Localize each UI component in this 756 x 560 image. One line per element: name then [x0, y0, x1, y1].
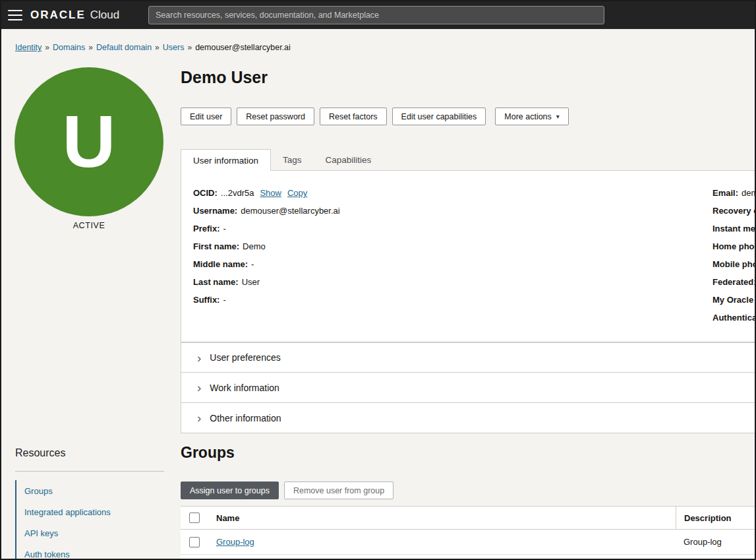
resources-title: Resources: [15, 447, 65, 459]
group-link[interactable]: Group-log: [216, 537, 254, 547]
field-suffix: Suffix: -: [193, 295, 340, 313]
breadcrumb-link-domains[interactable]: Domains: [53, 43, 85, 52]
avatar: U: [15, 67, 163, 216]
chevron-down-icon: ▾: [556, 113, 560, 120]
user-actions: Edit user Reset password Reset factors E…: [181, 108, 569, 125]
field-username: Username: demouser@stellarcyber.ai: [193, 206, 340, 224]
reset-factors-button[interactable]: Reset factors: [320, 108, 387, 125]
breadcrumb-separator: »: [88, 43, 93, 52]
field-label: My Oracle: [712, 295, 753, 305]
sidebar-item-integrated-applications[interactable]: Integrated applications: [16, 501, 164, 522]
groups-title: Groups: [181, 444, 235, 462]
resources-list: Groups Integrated applications API keys …: [15, 480, 164, 560]
groups-table: Name Description Group-log Group-log: [181, 506, 756, 560]
oracle-cloud-logo[interactable]: ORACLE Cloud: [30, 7, 119, 23]
tab-bar: User information Tags Capabilities: [181, 149, 383, 171]
field-first-name: First name: Demo: [193, 241, 340, 259]
field-label: Federated:: [712, 277, 756, 287]
avatar-initial: U: [63, 105, 116, 179]
row-description-cell: Group-log: [676, 530, 756, 554]
field-value: -: [223, 295, 225, 305]
groups-table-header: Name Description: [181, 506, 756, 530]
ocid-show-link[interactable]: Show: [260, 188, 281, 198]
header-checkbox-cell: [181, 507, 208, 529]
tab-user-information[interactable]: User information: [181, 149, 271, 171]
groups-actions: Assign user to groups Remove user from g…: [181, 482, 393, 499]
assign-user-to-groups-button[interactable]: Assign user to groups: [181, 482, 279, 499]
tab-capabilities[interactable]: Capabilities: [314, 149, 384, 171]
breadcrumb: Identity » Domains » Default domain » Us…: [15, 43, 291, 52]
section-user-preferences[interactable]: › User preferences: [181, 342, 756, 373]
field-ocid: OCID: ...2vdr5a Show Copy: [193, 188, 340, 206]
field-label: Mobile pho: [712, 259, 756, 269]
section-work-information[interactable]: › Work information: [181, 373, 756, 403]
sidebar-item-api-keys[interactable]: API keys: [16, 522, 164, 544]
breadcrumb-separator: »: [155, 43, 160, 52]
field-value: User: [242, 277, 260, 287]
field-value: demouser@stellarcyber.ai: [241, 206, 339, 216]
section-label: Other information: [210, 413, 281, 423]
field-label: Suffix:: [193, 295, 219, 305]
user-information-panel: OCID: ...2vdr5a Show Copy Username: demo…: [181, 170, 756, 342]
sidebar-item-auth-tokens[interactable]: Auth tokens: [16, 544, 164, 560]
status-badge: ACTIVE: [15, 221, 163, 230]
field-value: Demo: [243, 241, 266, 251]
remove-user-from-group-button[interactable]: Remove user from group: [284, 482, 393, 499]
column-header-description: Description: [684, 513, 732, 523]
field-label: Authentica: [712, 313, 756, 323]
row-checkbox[interactable]: [189, 537, 200, 547]
edit-user-capabilities-button[interactable]: Edit user capabilities: [392, 108, 486, 125]
field-instant-messaging: Instant mes: [712, 224, 756, 241]
reset-password-button[interactable]: Reset password: [237, 108, 314, 125]
field-label: Username:: [193, 206, 237, 216]
sidebar-item-groups[interactable]: Groups: [16, 480, 164, 501]
topbar: ORACLE Cloud: [1, 1, 755, 29]
more-actions-label: More actions: [504, 112, 552, 121]
tab-tags[interactable]: Tags: [271, 149, 314, 171]
more-actions-button[interactable]: More actions ▾: [495, 108, 569, 125]
row-checkbox-cell: [181, 530, 208, 554]
field-label: Instant mes: [712, 224, 756, 233]
table-row: Group-log Group-log: [181, 530, 756, 555]
field-value: -: [223, 224, 225, 233]
field-label: Middle name:: [193, 259, 248, 269]
row-name-cell: Group-log: [208, 530, 676, 554]
brand-oracle: ORACLE: [30, 9, 86, 22]
field-label: Email:: [712, 188, 738, 198]
field-label: Recovery e: [712, 206, 756, 216]
breadcrumb-link-users[interactable]: Users: [163, 43, 185, 52]
search-input[interactable]: [148, 6, 604, 24]
group-description: Group-log: [683, 537, 722, 547]
field-federated: Federated:: [712, 277, 756, 295]
field-middle-name: Middle name: -: [193, 259, 340, 277]
edit-user-button[interactable]: Edit user: [181, 108, 231, 125]
breadcrumb-link-identity[interactable]: Identity: [15, 43, 42, 52]
breadcrumb-separator: »: [187, 43, 192, 52]
field-label: OCID:: [193, 188, 218, 198]
field-home-phone: Home phon: [712, 241, 756, 259]
field-my-oracle: My Oracle: [712, 295, 756, 313]
field-recovery-email: Recovery e: [712, 206, 756, 224]
chevron-right-icon: ›: [197, 412, 201, 424]
field-last-name: Last name: User: [193, 277, 340, 295]
field-label: Home phon: [712, 241, 756, 251]
header-description-cell: Description: [676, 507, 756, 529]
user-info-left-column: OCID: ...2vdr5a Show Copy Username: demo…: [193, 188, 340, 313]
breadcrumb-separator: »: [45, 43, 49, 52]
chevron-right-icon: ›: [197, 381, 201, 394]
resources-divider: [15, 471, 164, 472]
user-info-right-column: Email: dem Recovery e Instant mes Home p…: [712, 188, 756, 330]
column-header-name: Name: [216, 513, 239, 523]
chevron-right-icon: ›: [197, 352, 201, 364]
field-authentication: Authentica: [712, 313, 756, 330]
menu-icon[interactable]: [8, 9, 22, 21]
section-other-information[interactable]: › Other information: [181, 403, 756, 433]
breadcrumb-link-default-domain[interactable]: Default domain: [96, 43, 152, 52]
field-value: ...2vdr5a: [221, 188, 254, 198]
field-prefix: Prefix: -: [193, 224, 340, 241]
ocid-copy-link[interactable]: Copy: [287, 188, 307, 198]
section-label: Work information: [210, 383, 279, 393]
field-label: Last name:: [193, 277, 239, 287]
select-all-checkbox[interactable]: [189, 513, 200, 523]
field-value: dem: [741, 188, 756, 198]
